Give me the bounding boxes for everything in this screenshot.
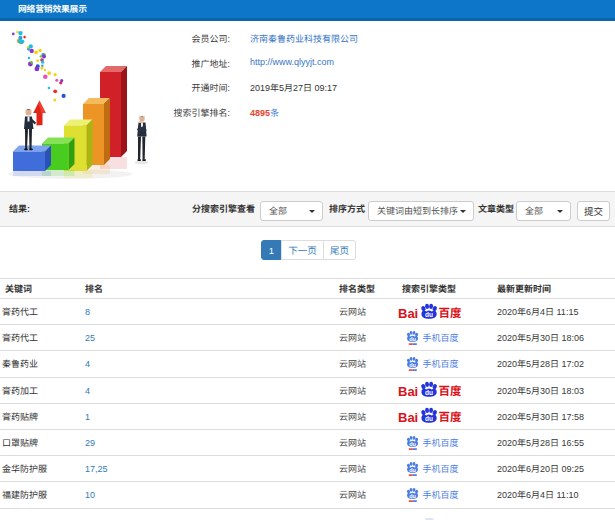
svg-text:du: du	[425, 387, 433, 397]
svg-text:手机百度: 手机百度	[423, 488, 459, 501]
svg-text:百度: 百度	[439, 304, 462, 320]
svg-text:du: du	[409, 335, 416, 343]
svg-text:du: du	[409, 440, 416, 448]
svg-text:du: du	[409, 361, 416, 369]
svg-text:du: du	[409, 466, 416, 474]
svg-text:Bai: Bai	[398, 407, 418, 425]
svg-text:Bai: Bai	[398, 381, 418, 399]
svg-text:du: du	[425, 414, 433, 424]
svg-text:Bai: Bai	[398, 303, 418, 321]
svg-text:百度: 百度	[439, 382, 462, 398]
svg-text:百度: 百度	[439, 409, 462, 425]
svg-text:手机百度: 手机百度	[423, 357, 459, 370]
svg-text:手机百度: 手机百度	[423, 462, 459, 475]
svg-text:du: du	[409, 492, 416, 500]
svg-text:手机百度: 手机百度	[423, 331, 459, 344]
svg-text:du: du	[425, 309, 433, 319]
svg-text:手机百度: 手机百度	[423, 436, 459, 449]
